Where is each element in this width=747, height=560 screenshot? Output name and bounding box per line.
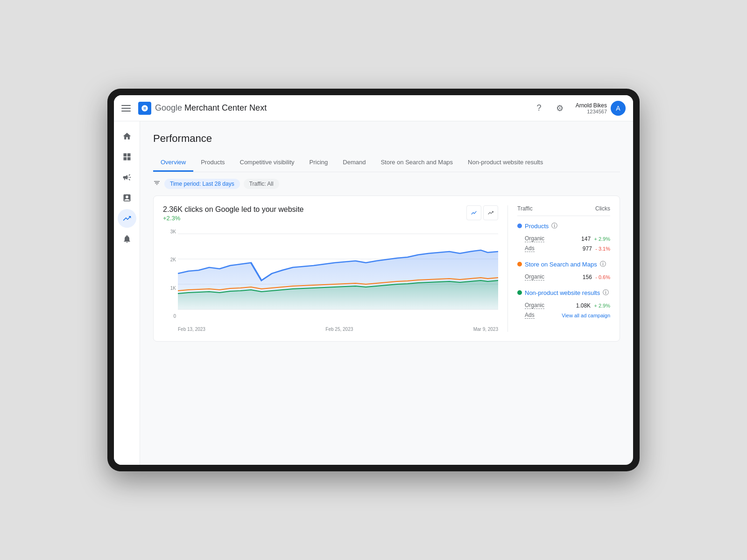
tab-competitive[interactable]: Competitive visibility xyxy=(233,154,302,172)
tab-overview[interactable]: Overview xyxy=(153,154,193,172)
filters-bar: Time period: Last 28 days Traffic: All xyxy=(153,172,620,196)
tab-products[interactable]: Products xyxy=(193,154,232,172)
chart-title: 2.36K clicks on Google led to your websi… xyxy=(163,205,304,214)
traffic-filter[interactable]: Traffic: All xyxy=(244,179,279,189)
stats-row-store-organic: Organic 156 - 0.6% xyxy=(517,272,610,282)
logo-area: Google Merchant Center Next xyxy=(138,102,531,115)
sidebar-item-notifications[interactable] xyxy=(118,230,136,248)
chart-section: 2.36K clicks on Google led to your websi… xyxy=(163,205,498,332)
x-label-2: Feb 25, 2023 xyxy=(325,327,353,332)
organic-change-2: - 0.6% xyxy=(595,274,610,280)
user-id: 1234567 xyxy=(576,109,607,114)
stats-panel: Traffic Clicks Products ⓘ Organic xyxy=(507,205,610,332)
stats-row-products-organic: Organic 147 + 2.9% xyxy=(517,234,610,244)
products-info-icon[interactable]: ⓘ xyxy=(551,222,557,230)
nonproduct-info-icon[interactable]: ⓘ xyxy=(603,288,609,297)
nonproduct-dot xyxy=(517,290,522,295)
tab-pricing[interactable]: Pricing xyxy=(302,154,336,172)
top-bar-actions: ? ⚙ Arnold Bikes 1234567 A xyxy=(531,100,626,117)
chart-area: 3K 2K 1K 0 xyxy=(163,229,498,332)
chart-controls xyxy=(466,205,498,220)
organic-value-3: 1.08K xyxy=(576,302,591,309)
tab-store-search-maps[interactable]: Store on Search and Maps xyxy=(373,154,460,172)
ads-label-3: Ads xyxy=(525,312,535,319)
help-button[interactable]: ? xyxy=(531,100,548,117)
chart-svg xyxy=(178,229,498,319)
traffic-label: Traffic xyxy=(517,205,533,212)
chart-line-view[interactable] xyxy=(466,205,481,220)
store-dot xyxy=(517,262,522,266)
store-label: Store on Search and Maps xyxy=(525,261,597,268)
stats-row-nonproduct-ads: Ads View all ad campaign xyxy=(517,310,610,320)
stats-row-products-ads: Ads 977 - 3.1% xyxy=(517,244,610,253)
avatar[interactable]: A xyxy=(611,101,626,116)
store-info-icon[interactable]: ⓘ xyxy=(600,260,606,268)
stats-row-nonproduct-organic: Organic 1.08K + 2.9% xyxy=(517,301,610,310)
tab-demand[interactable]: Demand xyxy=(335,154,373,172)
products-group-title[interactable]: Products ⓘ xyxy=(517,222,610,230)
user-name: Arnold Bikes xyxy=(576,102,607,109)
sidebar xyxy=(114,121,140,465)
ads-label-1: Ads xyxy=(525,245,535,252)
filter-icon[interactable] xyxy=(153,179,161,189)
chart-bar-view[interactable] xyxy=(483,205,498,220)
main-layout: Performance Overview Products Competitiv… xyxy=(114,121,633,465)
page-title: Performance xyxy=(153,133,620,145)
ads-value-1: 977 xyxy=(583,245,592,252)
organic-value-2: 156 xyxy=(583,274,592,280)
user-info: Arnold Bikes 1234567 xyxy=(576,102,607,114)
organic-label-2: Organic xyxy=(525,273,544,280)
tab-bar: Overview Products Competitive visibility… xyxy=(153,154,620,172)
stats-group-products: Products ⓘ Organic 147 + 2.9% xyxy=(517,222,610,253)
sidebar-item-reports[interactable] xyxy=(118,189,136,207)
x-label-1: Feb 13, 2023 xyxy=(178,327,205,332)
organic-change-3: + 2.9% xyxy=(594,303,610,308)
content-area: Performance Overview Products Competitiv… xyxy=(140,121,633,465)
sidebar-item-analytics[interactable] xyxy=(118,209,136,228)
clicks-label: Clicks xyxy=(595,205,610,212)
sidebar-item-products[interactable] xyxy=(118,147,136,166)
x-axis: Feb 13, 2023 Feb 25, 2023 Mar 9, 2023 xyxy=(178,327,498,332)
organic-value-1: 147 xyxy=(581,236,591,242)
chart-change: +2.3% xyxy=(163,215,304,222)
store-group-title[interactable]: Store on Search and Maps ⓘ xyxy=(517,260,610,268)
stats-header: Traffic Clicks xyxy=(517,205,610,216)
products-dot xyxy=(517,224,522,228)
organic-label-3: Organic xyxy=(525,302,544,309)
top-bar: Google Merchant Center Next ? ⚙ Arnold B… xyxy=(114,95,633,121)
tab-non-product[interactable]: Non-product website results xyxy=(460,154,550,172)
nonproduct-label: Non-product website results xyxy=(525,289,600,296)
time-period-filter[interactable]: Time period: Last 28 days xyxy=(164,179,240,189)
nonproduct-group-title[interactable]: Non-product website results ⓘ xyxy=(517,288,610,297)
organic-change-1: + 2.9% xyxy=(594,236,610,242)
ads-change-1: - 3.1% xyxy=(595,246,610,252)
organic-label-1: Organic xyxy=(525,235,544,242)
settings-button[interactable]: ⚙ xyxy=(551,100,568,117)
hamburger-menu[interactable] xyxy=(121,105,131,112)
sidebar-item-marketing[interactable] xyxy=(118,168,136,187)
google-merchant-icon xyxy=(138,102,151,115)
stats-group-store: Store on Search and Maps ⓘ Organic 156 -… xyxy=(517,260,610,282)
performance-card: 2.36K clicks on Google led to your websi… xyxy=(153,196,620,342)
y-axis: 3K 2K 1K 0 xyxy=(163,229,176,319)
user-section: Arnold Bikes 1234567 A xyxy=(576,101,626,116)
x-label-3: Mar 9, 2023 xyxy=(473,327,498,332)
app-title: Google Merchant Center Next xyxy=(155,103,267,113)
view-all-ad-campaign-link[interactable]: View all ad campaign xyxy=(562,313,610,318)
sidebar-item-home[interactable] xyxy=(118,127,136,146)
stats-group-nonproduct: Non-product website results ⓘ Organic 1.… xyxy=(517,288,610,320)
products-label: Products xyxy=(525,223,549,230)
